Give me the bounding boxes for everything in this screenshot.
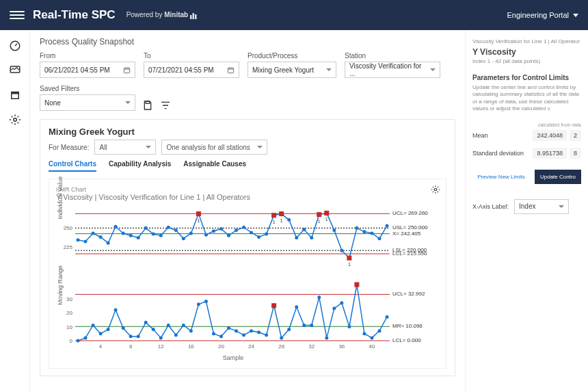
svg-point-97	[280, 336, 283, 339]
topbar-left: Real-Time SPC Powered by Minitab	[10, 8, 197, 23]
svg-text:10: 10	[66, 324, 72, 330]
x-tick: 4	[99, 343, 102, 350]
y1-axis-label: Individual Value	[57, 177, 64, 220]
from-value: 06/21/2021 04:55 PM	[44, 66, 110, 74]
svg-point-82	[167, 324, 170, 327]
svg-point-100	[302, 324, 306, 327]
x-tick: 20	[218, 343, 224, 350]
individual-chart: Individual Value 111111225250 UCL= 269.2…	[75, 207, 391, 268]
svg-point-49	[295, 236, 298, 239]
svg-rect-33	[196, 212, 200, 216]
saved-field: Saved Filters None	[40, 85, 135, 111]
index-range: Index 1 - 42 (all data points)	[472, 58, 581, 64]
svg-rect-96	[272, 304, 276, 308]
powered-by: Powered by Minitab	[126, 11, 197, 18]
ref-label: MR= 10.098	[392, 323, 423, 329]
monitor-icon[interactable]	[9, 64, 21, 77]
svg-point-18	[84, 240, 88, 244]
svg-rect-44	[272, 213, 276, 218]
svg-text:1: 1	[318, 219, 321, 224]
preview-button[interactable]: Preview New Limits	[472, 170, 531, 184]
svg-point-27	[152, 233, 155, 236]
archive-icon[interactable]	[9, 89, 21, 101]
station-select[interactable]: Viscosity Verification for ...	[345, 62, 440, 78]
to-input[interactable]: 07/21/2021 04:55 PM	[144, 62, 239, 78]
svg-point-86	[197, 302, 200, 306]
svg-point-37	[219, 227, 223, 231]
svg-point-98	[287, 328, 291, 331]
svg-point-89	[219, 335, 223, 338]
svg-point-11	[434, 188, 437, 191]
svg-point-63	[377, 237, 381, 240]
svg-point-21	[107, 241, 110, 245]
tab-capability[interactable]: Capability Analysis	[109, 160, 171, 172]
xaxis-select[interactable]: Index	[514, 199, 569, 214]
svg-point-88	[212, 332, 215, 335]
svg-point-24	[129, 234, 133, 237]
svg-point-73	[99, 332, 103, 335]
svg-rect-10	[146, 101, 149, 103]
svg-point-70	[77, 339, 80, 343]
xaxis-row: X-Axis Label: Index	[472, 199, 581, 214]
x-tick: 8	[129, 343, 132, 350]
from-input[interactable]: 06/21/2021 04:55 PM	[40, 62, 135, 78]
right-panel: Viscosity Verification for Line 1 | All …	[465, 30, 588, 392]
portal-dropdown[interactable]: Engineering Portal	[507, 11, 578, 19]
filter-icon[interactable]	[160, 100, 171, 111]
product-select[interactable]: Mixing Greek Yogurt	[248, 62, 336, 78]
svg-point-108	[362, 332, 366, 335]
sd-row: Standard deviation 8.951738 8	[472, 148, 581, 159]
save-icon[interactable]	[142, 100, 153, 111]
svg-rect-58	[347, 256, 351, 260]
svg-text:225: 225	[64, 244, 73, 250]
chevron-down-icon	[573, 14, 578, 17]
svg-text:1: 1	[273, 220, 276, 224]
x-tick: 12	[158, 343, 164, 350]
svg-rect-107	[355, 283, 359, 287]
x-tick: 32	[308, 343, 315, 350]
svg-point-19	[92, 231, 95, 235]
x-tick: 16	[188, 343, 194, 350]
svg-point-102	[317, 296, 321, 299]
update-button[interactable]: Update Contro	[535, 170, 581, 184]
svg-text:1: 1	[197, 218, 200, 223]
svg-point-28	[159, 234, 163, 237]
svg-point-111	[386, 315, 389, 319]
analysis-card: Mixing Greek Yogurt For Measure: All One…	[40, 119, 455, 376]
svg-point-41	[250, 231, 253, 234]
measure-select[interactable]: All	[94, 140, 156, 155]
svg-point-17	[77, 238, 80, 241]
x-tick: 24	[248, 343, 254, 350]
chevron-down-icon	[146, 146, 151, 148]
product-value: Mixing Greek Yogurt	[252, 66, 314, 74]
chevron-down-icon	[430, 68, 436, 71]
svg-point-31	[182, 237, 185, 240]
chart-settings-icon[interactable]	[431, 185, 440, 194]
svg-point-101	[310, 324, 313, 327]
svg-point-30	[174, 228, 178, 232]
svg-point-77	[129, 335, 133, 338]
mean-row: Mean 242.4048 2	[472, 130, 581, 141]
analysis-scope-select[interactable]: One analysis for all stations	[161, 140, 267, 155]
svg-point-62	[370, 231, 373, 235]
gear-icon[interactable]	[9, 114, 21, 126]
chevron-down-icon	[125, 101, 131, 104]
station-field: Station Viscosity Verification for ...	[345, 52, 440, 78]
measure-row: For Measure: All One analysis for all st…	[49, 140, 446, 155]
ref-label: UCL= 32.992	[392, 291, 425, 297]
svg-point-29	[167, 226, 170, 229]
saved-select[interactable]: None	[40, 94, 135, 111]
gauge-icon[interactable]	[9, 40, 21, 52]
saved-value: None	[44, 99, 61, 107]
calendar-icon	[227, 66, 235, 74]
tab-control-charts[interactable]: Control Charts	[49, 160, 96, 172]
filter-row: From 06/21/2021 04:55 PM To 07/21/2021 0…	[40, 52, 455, 78]
svg-point-93	[250, 329, 253, 332]
x-tick: 36	[338, 343, 345, 350]
svg-point-60	[355, 226, 358, 230]
menu-icon[interactable]	[10, 8, 25, 23]
svg-point-75	[114, 308, 118, 311]
tab-causes[interactable]: Assignable Causes	[183, 160, 246, 172]
svg-point-110	[377, 329, 381, 332]
svg-rect-46	[280, 212, 284, 216]
